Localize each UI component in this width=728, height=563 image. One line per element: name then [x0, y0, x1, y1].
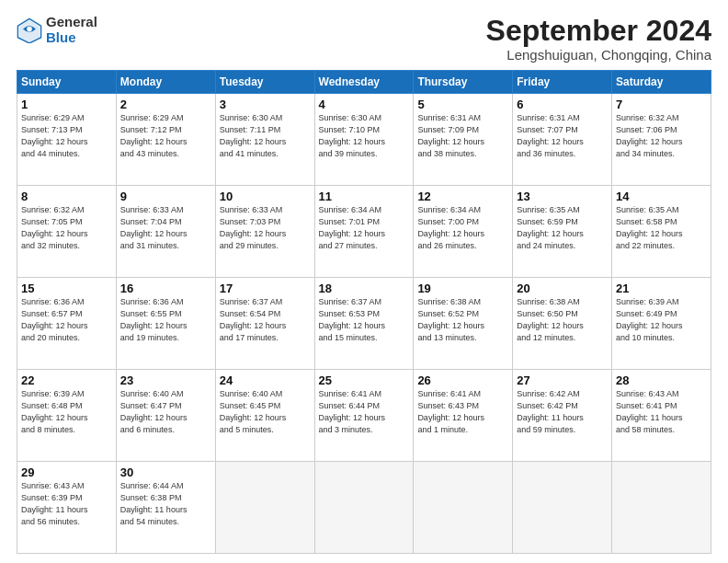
day-info: Sunrise: 6:42 AM Sunset: 6:42 PM Dayligh…: [517, 388, 608, 436]
svg-point-2: [27, 26, 32, 31]
calendar-cell: 13Sunrise: 6:35 AM Sunset: 6:59 PM Dayli…: [513, 186, 612, 278]
calendar-cell: 20Sunrise: 6:38 AM Sunset: 6:50 PM Dayli…: [513, 278, 612, 370]
day-number: 26: [417, 373, 508, 387]
day-info: Sunrise: 6:36 AM Sunset: 6:55 PM Dayligh…: [120, 296, 211, 344]
day-info: Sunrise: 6:30 AM Sunset: 7:10 PM Dayligh…: [319, 112, 410, 160]
calendar-week-0: 1Sunrise: 6:29 AM Sunset: 7:13 PM Daylig…: [17, 94, 711, 186]
day-info: Sunrise: 6:41 AM Sunset: 6:43 PM Dayligh…: [417, 388, 508, 436]
calendar-cell: 25Sunrise: 6:41 AM Sunset: 6:44 PM Dayli…: [314, 370, 414, 462]
day-info: Sunrise: 6:32 AM Sunset: 7:06 PM Dayligh…: [616, 112, 707, 160]
calendar-cell: [314, 462, 414, 554]
day-info: Sunrise: 6:29 AM Sunset: 7:12 PM Dayligh…: [120, 112, 211, 160]
day-number: 17: [220, 282, 311, 295]
calendar-week-4: 29Sunrise: 6:43 AM Sunset: 6:39 PM Dayli…: [17, 462, 711, 554]
logo: General Blue: [17, 15, 97, 45]
calendar-cell: 10Sunrise: 6:33 AM Sunset: 7:03 PM Dayli…: [215, 186, 314, 278]
logo-text: General Blue: [46, 15, 97, 45]
page: General Blue September 2024 Lengshuiguan…: [0, 0, 728, 563]
day-info: Sunrise: 6:34 AM Sunset: 7:00 PM Dayligh…: [417, 204, 508, 252]
calendar-cell: 14Sunrise: 6:35 AM Sunset: 6:58 PM Dayli…: [612, 186, 711, 278]
day-number: 14: [616, 190, 707, 203]
day-info: Sunrise: 6:40 AM Sunset: 6:47 PM Dayligh…: [120, 388, 211, 436]
day-number: 29: [21, 465, 112, 479]
day-number: 9: [120, 190, 211, 203]
calendar-cell: [215, 462, 314, 554]
day-number: 20: [517, 282, 608, 295]
day-info: Sunrise: 6:38 AM Sunset: 6:52 PM Dayligh…: [417, 296, 508, 344]
calendar-cell: 23Sunrise: 6:40 AM Sunset: 6:47 PM Dayli…: [116, 370, 215, 462]
title-block: September 2024 Lengshuiguan, Chongqing, …: [486, 15, 711, 63]
calendar-cell: 12Sunrise: 6:34 AM Sunset: 7:00 PM Dayli…: [414, 186, 513, 278]
day-info: Sunrise: 6:41 AM Sunset: 6:44 PM Dayligh…: [319, 388, 410, 436]
day-number: 21: [616, 282, 707, 295]
day-number: 4: [319, 98, 410, 111]
day-number: 19: [417, 282, 508, 295]
calendar-cell: 9Sunrise: 6:33 AM Sunset: 7:04 PM Daylig…: [116, 186, 215, 278]
day-info: Sunrise: 6:34 AM Sunset: 7:01 PM Dayligh…: [319, 204, 410, 252]
calendar-cell: 18Sunrise: 6:37 AM Sunset: 6:53 PM Dayli…: [314, 278, 414, 370]
day-number: 18: [319, 282, 410, 295]
day-number: 11: [319, 190, 410, 203]
day-number: 10: [220, 190, 311, 203]
day-number: 7: [616, 98, 707, 111]
day-info: Sunrise: 6:33 AM Sunset: 7:04 PM Dayligh…: [120, 204, 211, 252]
day-number: 8: [21, 190, 112, 203]
day-number: 27: [517, 373, 608, 387]
day-info: Sunrise: 6:40 AM Sunset: 6:45 PM Dayligh…: [220, 388, 311, 436]
calendar-cell: 5Sunrise: 6:31 AM Sunset: 7:09 PM Daylig…: [414, 94, 513, 186]
calendar-cell: 29Sunrise: 6:43 AM Sunset: 6:39 PM Dayli…: [17, 462, 117, 554]
calendar-cell: 22Sunrise: 6:39 AM Sunset: 6:48 PM Dayli…: [17, 370, 117, 462]
logo-icon: [17, 17, 42, 43]
weekday-header-sunday: Sunday: [17, 71, 117, 94]
day-number: 2: [120, 98, 211, 111]
day-info: Sunrise: 6:37 AM Sunset: 6:53 PM Dayligh…: [319, 296, 410, 344]
day-number: 23: [120, 373, 211, 387]
calendar-cell: 19Sunrise: 6:38 AM Sunset: 6:52 PM Dayli…: [414, 278, 513, 370]
calendar-cell: 16Sunrise: 6:36 AM Sunset: 6:55 PM Dayli…: [116, 278, 215, 370]
calendar-cell: 26Sunrise: 6:41 AM Sunset: 6:43 PM Dayli…: [414, 370, 513, 462]
day-info: Sunrise: 6:32 AM Sunset: 7:05 PM Dayligh…: [21, 204, 112, 252]
day-info: Sunrise: 6:38 AM Sunset: 6:50 PM Dayligh…: [517, 296, 608, 344]
day-number: 15: [21, 282, 112, 295]
day-number: 5: [417, 98, 508, 111]
calendar-cell: 28Sunrise: 6:43 AM Sunset: 6:41 PM Dayli…: [612, 370, 711, 462]
calendar-cell: 11Sunrise: 6:34 AM Sunset: 7:01 PM Dayli…: [314, 186, 414, 278]
weekday-header-tuesday: Tuesday: [215, 71, 314, 94]
day-number: 6: [517, 98, 608, 111]
calendar-cell: 24Sunrise: 6:40 AM Sunset: 6:45 PM Dayli…: [215, 370, 314, 462]
day-number: 25: [319, 373, 410, 387]
calendar-cell: 2Sunrise: 6:29 AM Sunset: 7:12 PM Daylig…: [116, 94, 215, 186]
day-number: 1: [21, 98, 112, 111]
day-info: Sunrise: 6:43 AM Sunset: 6:39 PM Dayligh…: [21, 480, 112, 528]
day-number: 16: [120, 282, 211, 295]
calendar-week-2: 15Sunrise: 6:36 AM Sunset: 6:57 PM Dayli…: [17, 278, 711, 370]
calendar-cell: 17Sunrise: 6:37 AM Sunset: 6:54 PM Dayli…: [215, 278, 314, 370]
calendar-cell: 27Sunrise: 6:42 AM Sunset: 6:42 PM Dayli…: [513, 370, 612, 462]
day-info: Sunrise: 6:36 AM Sunset: 6:57 PM Dayligh…: [21, 296, 112, 344]
day-number: 30: [120, 465, 211, 479]
month-title: September 2024: [486, 15, 711, 47]
calendar-cell: [513, 462, 612, 554]
day-number: 28: [616, 373, 707, 387]
day-info: Sunrise: 6:35 AM Sunset: 6:58 PM Dayligh…: [616, 204, 707, 252]
calendar-week-3: 22Sunrise: 6:39 AM Sunset: 6:48 PM Dayli…: [17, 370, 711, 462]
calendar-cell: [612, 462, 711, 554]
day-number: 3: [220, 98, 311, 111]
day-info: Sunrise: 6:39 AM Sunset: 6:49 PM Dayligh…: [616, 296, 707, 344]
weekday-header-saturday: Saturday: [612, 71, 711, 94]
weekday-header-wednesday: Wednesday: [314, 71, 414, 94]
day-number: 22: [21, 373, 112, 387]
calendar-cell: 4Sunrise: 6:30 AM Sunset: 7:10 PM Daylig…: [314, 94, 414, 186]
weekday-header-row: SundayMondayTuesdayWednesdayThursdayFrid…: [17, 71, 711, 94]
day-info: Sunrise: 6:33 AM Sunset: 7:03 PM Dayligh…: [220, 204, 311, 252]
day-info: Sunrise: 6:29 AM Sunset: 7:13 PM Dayligh…: [21, 112, 112, 160]
calendar-cell: [414, 462, 513, 554]
logo-general: General: [46, 15, 97, 30]
calendar-cell: 6Sunrise: 6:31 AM Sunset: 7:07 PM Daylig…: [513, 94, 612, 186]
day-info: Sunrise: 6:31 AM Sunset: 7:07 PM Dayligh…: [517, 112, 608, 160]
day-info: Sunrise: 6:43 AM Sunset: 6:41 PM Dayligh…: [616, 388, 707, 436]
day-number: 12: [417, 190, 508, 203]
calendar-cell: 3Sunrise: 6:30 AM Sunset: 7:11 PM Daylig…: [215, 94, 314, 186]
day-info: Sunrise: 6:44 AM Sunset: 6:38 PM Dayligh…: [120, 480, 211, 528]
day-info: Sunrise: 6:30 AM Sunset: 7:11 PM Dayligh…: [220, 112, 311, 160]
